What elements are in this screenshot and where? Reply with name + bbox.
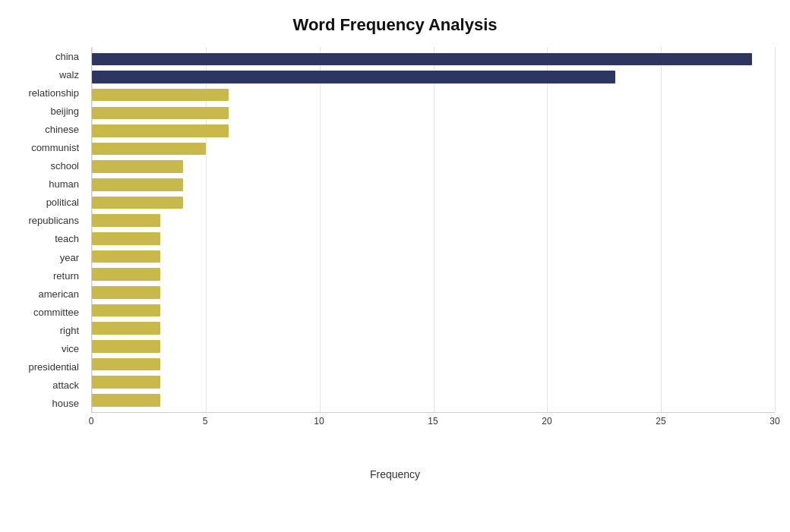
x-tick: 25	[656, 416, 665, 427]
y-label: human	[15, 175, 85, 194]
y-axis: chinawalzrelationshipbeijingchinesecommu…	[15, 47, 91, 413]
bar	[92, 89, 229, 102]
bar	[92, 304, 160, 317]
chart-title: Word Frequency Analysis	[15, 15, 775, 35]
bar-row	[92, 140, 775, 158]
x-tick: 0	[89, 416, 94, 427]
bar	[92, 376, 160, 389]
y-label: republicans	[15, 212, 85, 230]
bar	[92, 340, 160, 353]
bar-row	[92, 284, 775, 302]
bar	[92, 214, 160, 227]
bar-row	[92, 176, 775, 194]
bar	[92, 197, 183, 209]
bar	[92, 124, 229, 137]
x-axis-label: Frequency	[15, 468, 775, 480]
y-label: walz	[15, 65, 85, 83]
y-label: attack	[15, 376, 85, 395]
bar-row	[92, 194, 775, 212]
bar-row	[92, 338, 775, 356]
bar-row	[92, 320, 775, 338]
bar-row	[92, 86, 775, 104]
x-tick: 5	[203, 416, 208, 427]
y-label: american	[15, 285, 85, 303]
bar-row	[92, 158, 775, 176]
bar	[92, 286, 160, 299]
y-label: house	[15, 395, 85, 413]
x-tick: 10	[314, 416, 324, 427]
bar	[92, 53, 752, 66]
y-label: return	[15, 266, 85, 285]
y-label: beijing	[15, 102, 85, 120]
y-label: committee	[15, 303, 85, 321]
y-label: relationship	[15, 83, 85, 102]
bar-row	[92, 50, 775, 68]
bar-row	[92, 301, 775, 320]
y-label: school	[15, 157, 85, 175]
bar-row	[92, 68, 775, 87]
bar	[92, 358, 160, 371]
bar	[92, 160, 183, 173]
bar	[92, 107, 229, 120]
bar-row	[92, 355, 775, 373]
y-label: china	[15, 47, 85, 65]
plot-area	[91, 47, 775, 413]
bar-row	[92, 391, 775, 409]
bar	[92, 178, 183, 191]
bar	[92, 143, 206, 156]
bar-row	[92, 104, 775, 122]
bar	[92, 394, 160, 407]
y-label: right	[15, 321, 85, 339]
bar	[92, 322, 160, 335]
bar	[92, 250, 160, 263]
bar-row	[92, 266, 775, 284]
bar-row	[92, 373, 775, 392]
y-label: year	[15, 248, 85, 266]
x-tick: 20	[542, 416, 551, 427]
y-label: political	[15, 194, 85, 212]
bar	[92, 71, 615, 83]
x-axis: 051015202530	[91, 413, 775, 447]
bar	[92, 232, 160, 245]
y-label: vice	[15, 340, 85, 358]
bar-row	[92, 247, 775, 266]
y-label: communist	[15, 138, 85, 156]
y-label: presidential	[15, 358, 85, 376]
bar-row	[92, 230, 775, 248]
bar-row	[92, 122, 775, 140]
chart-container: Word Frequency Analysis chinawalzrelatio…	[0, 0, 790, 532]
x-tick: 15	[428, 416, 438, 427]
bar	[92, 268, 160, 281]
grid-line	[775, 47, 776, 412]
y-label: teach	[15, 230, 85, 248]
y-label: chinese	[15, 120, 85, 138]
x-tick: 30	[769, 416, 779, 427]
bar-row	[92, 212, 775, 230]
